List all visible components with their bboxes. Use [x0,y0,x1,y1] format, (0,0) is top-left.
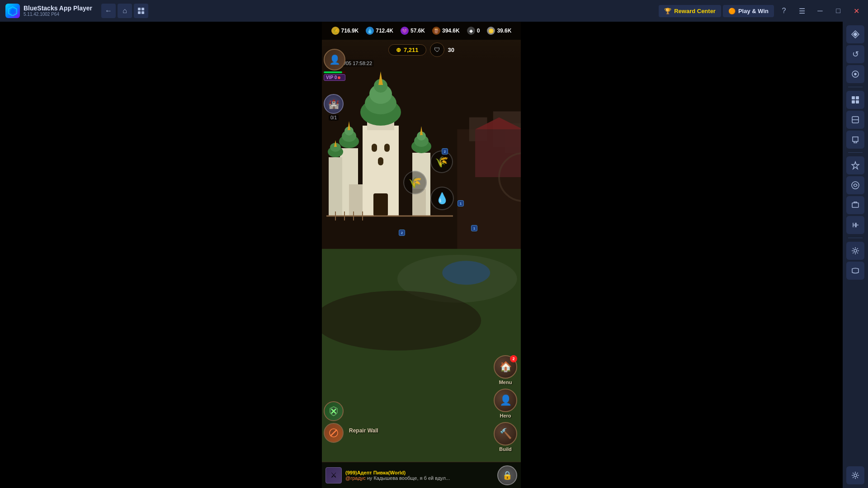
scene-badge-2a: 2 [442,148,448,155]
settings-button[interactable] [846,466,864,484]
build-button[interactable]: 🔨 Build [492,422,519,452]
resource-wood[interactable]: 🪵 394.6K [432,27,460,35]
reward-center-label: Reward Center [674,8,716,14]
bluestacks-logo [5,4,20,18]
wood-icon: 🪵 [432,27,440,35]
vip-badge[interactable]: VIP 0 [324,74,345,81]
castle-circle: 🏰 [324,94,344,114]
svg-marker-41 [348,121,350,130]
wood-value: 394.6K [442,28,460,34]
gold-value: 716.9K [341,28,359,34]
titlebar: BlueStacks App Player 5.11.42.1002 P64 ←… [0,0,868,22]
game-right-buttons: 🏠 2 Menu 👤 Hero 🔨 Build [492,355,519,452]
sidebar-btn-7[interactable] [846,156,864,174]
svg-rect-47 [329,157,342,216]
resource-gold[interactable]: 🌾 716.9K [331,27,359,35]
compass-button[interactable]: ⊕ 7,211 [388,44,426,56]
sidebar-divider-2 [848,152,863,153]
compass-value: 7,211 [404,47,419,53]
menu-btn-label: Menu [499,380,512,385]
home-button[interactable]: ⌂ [118,4,132,18]
float-water[interactable]: 💧 [430,187,454,210]
sidebar-btn-6[interactable] [846,131,864,149]
chat-avatar: ⚔ [326,467,342,483]
game-area[interactable]: 🌾 716.9K 💧 712.4K 💜 57.6K 🪵 394.6K ◈ 0 🪙 [322,22,521,488]
float-wheat-1[interactable]: 🌾 [403,171,427,194]
scene-badge-1a: 1 [458,200,464,206]
inner-top-bar: ⊕ 7,211 🛡 30 [322,40,521,60]
svg-rect-11 [856,100,859,103]
chat-message: @градус ну Кадышева вообще, я б ей вдул.… [345,475,494,481]
menu-btn-circle: 🏠 2 [494,355,517,379]
hp-bar [324,71,345,73]
sidebar-btn-1[interactable] [846,25,864,43]
minimize-button[interactable]: ─ [812,4,828,18]
svg-point-28 [442,261,490,285]
svg-rect-3 [142,8,144,10]
svg-rect-51 [349,184,363,216]
sidebar-btn-3[interactable] [846,65,864,83]
build-btn-circle: 🔨 [494,422,517,446]
svg-marker-1 [10,9,15,14]
castle-count: 0/1 [329,115,339,121]
help-button[interactable]: ? [776,4,792,18]
resource-gem[interactable]: 💜 57.6K [401,27,425,35]
app-version: 5.11.42.1002 P64 [24,12,92,17]
maximize-button[interactable]: □ [830,4,846,18]
back-button[interactable]: ← [101,4,116,18]
chat-bar: ⚔ (999)Адепт Пивка(World) @градус ну Кад… [322,462,521,488]
chat-sender: (999)Адепт Пивка(World) [345,470,494,475]
svg-point-7 [854,73,856,75]
unknown-value: 0 [477,28,480,34]
sidebar-btn-10[interactable] [846,216,864,234]
resource-silver[interactable]: 🪙 39.6K [487,27,511,35]
svg-rect-8 [852,96,855,99]
svg-rect-9 [856,96,859,99]
sidebar-divider-3 [848,238,863,238]
gem-value: 57.6K [410,28,425,34]
svg-rect-5 [142,11,144,14]
shield-button[interactable]: 🛡 [430,42,444,57]
sidebar-btn-8[interactable] [846,176,864,194]
svg-rect-23 [475,129,521,177]
sidebar-btn-5[interactable] [846,111,864,129]
svg-rect-15 [852,203,859,207]
tabs-button[interactable] [134,4,148,18]
app-title: BlueStacks App Player 5.11.42.1002 P64 [24,5,92,18]
sidebar-btn-9[interactable] [846,196,864,214]
close-button[interactable]: ✕ [848,4,864,18]
play-win-label: Play & Win [738,8,769,14]
svg-rect-55 [378,157,383,165]
gem-icon: 💜 [401,27,409,35]
hero-button[interactable]: 👤 Hero [492,389,519,418]
svg-rect-10 [852,100,855,103]
shield-crossed-button[interactable] [324,401,344,421]
resource-water[interactable]: 💧 712.4K [366,27,393,35]
menu-button[interactable]: 🏠 2 Menu [492,355,519,385]
sidebar-btn-12[interactable] [846,262,864,280]
chat-text: (999)Адепт Пивка(World) @градус ну Кадыш… [345,470,494,481]
hamburger-menu-button[interactable]: ☰ [794,4,810,18]
svg-rect-2 [138,8,141,10]
resource-unknown[interactable]: ◈ 0 [467,27,480,35]
avatar-area[interactable]: 👤 VIP 0 [324,49,345,81]
reward-center-button[interactable]: 🏆 Reward Center [659,5,721,17]
chat-lock-button[interactable]: 🔒 [497,465,517,485]
hero-btn-circle: 👤 [494,389,517,412]
svg-rect-54 [384,144,390,152]
right-sidebar: ↺ [843,22,868,488]
sidebar-btn-11[interactable] [846,242,864,260]
svg-rect-4 [138,11,141,14]
no-entry-button[interactable] [324,423,344,443]
unknown-icon: ◈ [467,27,475,35]
avatar[interactable]: 👤 [324,49,345,70]
svg-rect-53 [372,144,377,152]
sidebar-btn-2[interactable]: ↺ [846,45,864,63]
play-win-button[interactable]: 🟠 Play & Win [723,5,774,17]
sidebar-btn-4[interactable] [846,91,864,109]
water-icon: 💧 [366,27,374,35]
svg-point-16 [854,249,857,252]
svg-point-14 [852,182,859,189]
hp-fill [324,71,342,73]
castle-icon-button[interactable]: 🏰 0/1 [324,94,344,121]
